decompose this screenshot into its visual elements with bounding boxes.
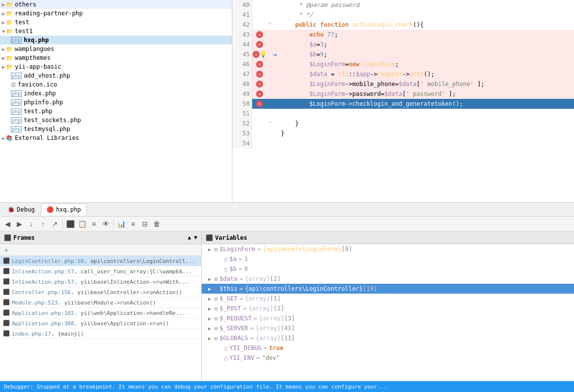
layout-btn[interactable]: ≡ xyxy=(88,218,99,229)
expand-arrow: ▶ xyxy=(2,135,5,141)
code-line-43[interactable]: 43✕ echo 77; xyxy=(232,30,574,40)
run-cursor-btn[interactable]: ↗ xyxy=(49,218,60,229)
frame-item-4[interactable]: ⬛Controller.php:156, yii\base\Controller… xyxy=(0,287,201,298)
back-btn[interactable]: ◀ xyxy=(2,218,13,229)
line-indicators: ✕💡 xyxy=(252,49,267,59)
frame-item-8[interactable]: ⬛index.php:17, {main}() xyxy=(0,329,201,339)
tab-label: Debug xyxy=(17,206,35,213)
debug-tab-hxq-php[interactable]: 🔴hxq.php xyxy=(41,204,87,216)
file-tree[interactable]: ▶📁others▶📁reading-partner-php▶📁test▼📁tes… xyxy=(0,0,232,202)
code-line-47[interactable]: 47✕ $data = Yii::$app->request->post(); xyxy=(232,69,574,79)
var-item-request[interactable]: ▶⊞$_REQUEST = {array} [3] xyxy=(202,313,574,323)
code-line-53[interactable]: 53} xyxy=(232,129,574,138)
tree-item-yii-app-basic[interactable]: ▶📁yii-app-basic xyxy=(0,62,232,71)
variable-name: $data xyxy=(220,275,237,282)
tree-item-testmysql.php[interactable]: phptestmysql.php xyxy=(0,125,232,133)
threads-btn[interactable]: ≡ xyxy=(128,218,138,229)
variable-value: {api\models\LoginForm} xyxy=(263,246,342,253)
eval-btn[interactable]: 📊 xyxy=(116,218,127,229)
variables-list[interactable]: ▶⊞$LoginForm = {api\models\LoginForm} [9… xyxy=(202,244,574,381)
code-line-48[interactable]: 48✕ $LoginForm->mobile_phone=$data[' mob… xyxy=(232,79,574,89)
file-icon: 📁 xyxy=(6,64,13,70)
variable-count: [11] xyxy=(281,335,295,342)
code-line-42[interactable]: 42− public function actionLogin_check(){ xyxy=(232,20,574,30)
var-item-this[interactable]: ▶⊞$this = {api\controllers\LoginControll… xyxy=(202,284,574,294)
code-line-51[interactable]: 51 xyxy=(232,109,574,119)
frame-item-6[interactable]: ⬛Application.php:102, yii\web\Applicatio… xyxy=(0,308,201,318)
line-content: $LoginForm->password=$data[' password' ]… xyxy=(277,89,574,99)
line-indicators: ✕ xyxy=(252,99,267,109)
tree-item-hxq.php[interactable]: phphxq.php xyxy=(0,36,232,44)
file-icon: php xyxy=(11,108,22,115)
tree-item-wamplangues[interactable]: ▶📁wamplangues xyxy=(0,44,232,53)
tree-item-add_vhost.php[interactable]: phpadd_vhost.php xyxy=(0,71,232,80)
tree-item-test_sockets.php[interactable]: phptest_sockets.php xyxy=(0,116,232,125)
tab-label: hxq.php xyxy=(56,206,81,213)
var-item-server[interactable]: ▶⊞$_SERVER = {array} [41] xyxy=(202,323,574,333)
frames-add-btn[interactable]: + xyxy=(2,246,11,255)
var-item-yii-env[interactable]: □YII_ENV = "dev" xyxy=(202,353,574,363)
tree-item-test[interactable]: ▶📁test xyxy=(0,18,232,27)
frames-btn[interactable]: ⬛ xyxy=(65,218,76,229)
var-item-post[interactable]: ▶⊞$_POST = {array} [2] xyxy=(202,304,574,313)
var-expand-arrow: ▶ xyxy=(206,324,214,332)
code-line-44[interactable]: 44✕ $a=3; xyxy=(232,40,574,49)
frame-item-2[interactable]: ⬛InlineAction.php:57, call_user_func_arr… xyxy=(0,266,201,277)
frame-icon: ⬛ xyxy=(3,289,10,296)
fold-indicator xyxy=(267,99,273,105)
tree-item-wampthemes[interactable]: ▶📁wampthemes xyxy=(0,53,232,62)
var-item-a[interactable]: □$a = 3 xyxy=(202,254,574,264)
code-line-46[interactable]: 46✕ $LoginForm=new LoginForm; xyxy=(232,59,574,69)
frames-list[interactable]: ⬛LoginController.php:50, api\controllers… xyxy=(0,256,201,381)
variable-name: $_REQUEST xyxy=(220,315,252,322)
code-line-54[interactable]: 54 xyxy=(232,138,574,148)
step-into-btn[interactable]: ↓ xyxy=(26,218,37,229)
settings-btn[interactable]: ⊟ xyxy=(139,218,150,229)
var-item-data[interactable]: ▶⊞$data = {array} [2] xyxy=(202,274,574,284)
var-item-yii-debug[interactable]: □YII_DEBUG = true xyxy=(202,343,574,353)
debug-tab-debug[interactable]: 🐞Debug xyxy=(2,204,40,216)
tree-item-index.php[interactable]: phpindex.php xyxy=(0,89,232,98)
tree-item-reading-partner-php[interactable]: ▶📁reading-partner-php xyxy=(0,9,232,18)
tree-item-label: reading-partner-php xyxy=(15,10,83,17)
code-lines[interactable]: 40 * @param password41 * */42− public fu… xyxy=(232,0,574,202)
delete-btn[interactable]: 🗑 xyxy=(151,218,162,229)
variable-value: true xyxy=(269,345,283,351)
frames-up-btn[interactable]: ▲ xyxy=(188,234,191,241)
var-item-globals[interactable]: ▶⊞$GLOBALS = {array} [11] xyxy=(202,333,574,343)
variable-count: [19] xyxy=(363,285,377,292)
tree-item-others[interactable]: ▶📁others xyxy=(0,0,232,9)
var-item-login-form[interactable]: ▶⊞$LoginForm = {api\models\LoginForm} [9… xyxy=(202,244,574,254)
var-expand-arrow: ▶ xyxy=(206,295,214,303)
tree-item-external-libraries[interactable]: ▶📚External Libraries xyxy=(0,133,232,142)
tree-item-test1[interactable]: ▼📁test1 xyxy=(0,27,232,36)
tree-item-phpinfo.php[interactable]: phpphpinfo.php xyxy=(0,98,232,107)
variables-icon: ⬛ xyxy=(206,234,213,241)
copy-btn[interactable]: 📋 xyxy=(77,218,88,229)
code-line-41[interactable]: 41 * */ xyxy=(232,10,574,20)
var-expand-arrow: ▶ xyxy=(206,305,214,312)
resume-btn[interactable]: ▶ xyxy=(14,218,25,229)
variables-panel-header: ⬛ Variables xyxy=(202,231,574,244)
step-out-btn[interactable]: ↑ xyxy=(38,218,48,229)
code-line-50[interactable]: 50✕ $LoginForm->checklogin_and_generatet… xyxy=(232,99,574,109)
frame-item-1[interactable]: ⬛LoginController.php:50, api\controllers… xyxy=(0,256,201,266)
code-line-40[interactable]: 40 * @param password xyxy=(232,0,574,10)
frame-item-7[interactable]: ⬛Application.php:380, yii\base\Applicati… xyxy=(0,318,201,329)
file-icon: 📁 xyxy=(6,46,13,52)
code-line-45[interactable]: 45✕💡→ $b=9; xyxy=(232,49,574,59)
tree-item-label: test xyxy=(15,19,29,26)
var-item-get[interactable]: ▶⊞$_GET = {array} [1] xyxy=(202,294,574,304)
frames-down-btn[interactable]: ▼ xyxy=(194,234,197,241)
code-line-49[interactable]: 49✕ $LoginForm->password=$data[' passwor… xyxy=(232,89,574,99)
frame-item-3[interactable]: ⬛InlineAction.php:57, yii\base\InlineAct… xyxy=(0,277,201,287)
variable-name: $this xyxy=(220,285,237,292)
tree-item-test.php[interactable]: phptest.php xyxy=(0,107,232,116)
var-item-b[interactable]: □$b = 9 xyxy=(202,264,574,274)
frame-item-5[interactable]: ⬛Module.php:523, yii\base\Module->runAct… xyxy=(0,298,201,308)
line-indicators xyxy=(252,10,267,20)
code-line-52[interactable]: 52− } xyxy=(232,119,574,129)
watch-btn[interactable]: 👁 xyxy=(100,218,111,229)
tree-item-favicon.ico[interactable]: 🖼favicon.ico xyxy=(0,80,232,89)
file-icon: 📁 xyxy=(6,10,13,17)
